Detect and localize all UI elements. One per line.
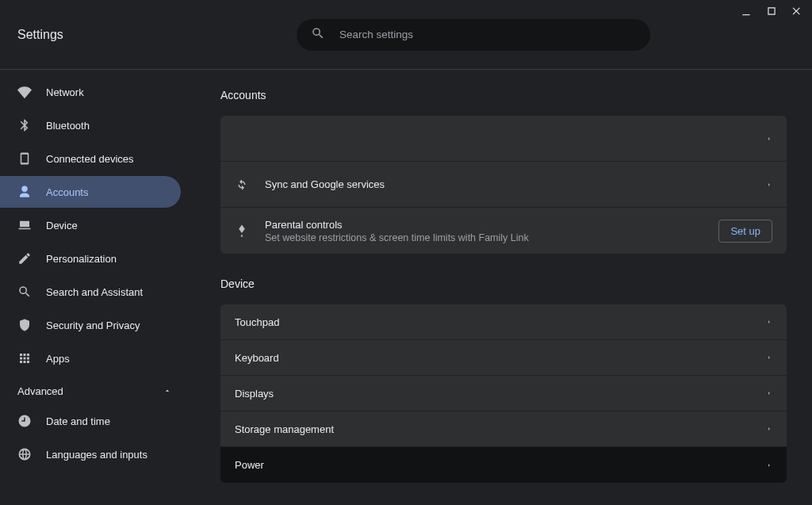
search-icon	[311, 26, 325, 43]
account-profile-row[interactable]	[220, 116, 787, 162]
sidebar-item-label: Personalization	[46, 253, 117, 265]
app-title: Settings	[0, 28, 220, 42]
kite-icon	[235, 224, 265, 238]
parental-controls-row[interactable]: Parental controls Set website restrictio…	[220, 208, 787, 254]
device-row-keyboard[interactable]: Keyboard	[220, 340, 787, 376]
device-row-label: Storage management	[235, 423, 766, 435]
parental-title: Parental controls	[265, 219, 706, 231]
sidebar-item-label: Device	[46, 220, 78, 231]
sidebar-item-search-assistant[interactable]: Search and Assistant	[0, 276, 181, 308]
sidebar-item-date-time[interactable]: Date and time	[0, 405, 181, 437]
chevron-right-icon	[766, 181, 772, 189]
sidebar-item-label: Search and Assistant	[46, 286, 143, 298]
sidebar-item-bluetooth[interactable]: Bluetooth	[0, 109, 181, 141]
apps-icon	[17, 351, 32, 365]
sidebar-item-label: Network	[46, 86, 84, 98]
search-input[interactable]	[339, 29, 636, 40]
advanced-toggle[interactable]: Advanced	[0, 376, 189, 404]
device-row-storage[interactable]: Storage management	[220, 411, 787, 447]
device-row-displays[interactable]: Displays	[220, 376, 787, 411]
device-row-label: Touchpad	[235, 316, 766, 328]
bluetooth-icon	[17, 118, 32, 132]
chevron-right-icon	[766, 135, 772, 143]
parental-subtitle: Set website restrictions & screen time l…	[265, 232, 706, 243]
shield-icon	[17, 318, 32, 332]
sidebar-item-languages[interactable]: Languages and inputs	[0, 438, 181, 470]
magnifier-icon	[17, 285, 32, 299]
sidebar-item-apps[interactable]: Apps	[0, 342, 181, 374]
sidebar-item-label: Date and time	[46, 415, 110, 427]
main-content: Accounts Sync and Google services Parent…	[189, 70, 812, 505]
sidebar-item-device[interactable]: Device	[0, 209, 181, 241]
chevron-up-icon	[163, 385, 171, 397]
sidebar-item-label: Security and Privacy	[46, 319, 140, 331]
sync-services-row[interactable]: Sync and Google services	[220, 162, 787, 208]
chevron-right-icon	[766, 461, 772, 469]
person-icon	[17, 185, 32, 199]
wifi-icon	[17, 85, 32, 99]
sidebar-item-label: Apps	[46, 353, 70, 365]
sidebar-item-label: Languages and inputs	[46, 449, 147, 461]
accounts-card: Sync and Google services Parental contro…	[220, 116, 787, 254]
sidebar-item-personalization[interactable]: Personalization	[0, 243, 181, 274]
sync-services-label: Sync and Google services	[265, 178, 766, 190]
search-field[interactable]	[297, 19, 650, 51]
chevron-right-icon	[766, 425, 772, 433]
chevron-right-icon	[766, 354, 772, 362]
sync-icon	[235, 178, 265, 192]
clock-icon	[17, 414, 32, 428]
device-card: Touchpad Keyboard Displays Storage manag…	[220, 304, 787, 483]
advanced-label: Advanced	[17, 385, 63, 397]
setup-button[interactable]: Set up	[718, 220, 772, 243]
sidebar-item-accounts[interactable]: Accounts	[0, 176, 181, 208]
sidebar: Network Bluetooth Connected devices Acco…	[0, 70, 189, 505]
maximize-icon[interactable]	[766, 6, 777, 17]
pencil-icon	[17, 251, 32, 266]
sidebar-item-connected-devices[interactable]: Connected devices	[0, 143, 181, 174]
sidebar-item-label: Connected devices	[46, 153, 134, 165]
section-title-device: Device	[220, 277, 787, 290]
device-row-label: Power	[235, 459, 766, 471]
sidebar-item-label: Bluetooth	[46, 120, 90, 132]
sidebar-item-security[interactable]: Security and Privacy	[0, 309, 181, 341]
sidebar-item-network[interactable]: Network	[0, 76, 181, 108]
device-row-label: Displays	[235, 388, 766, 400]
device-row-label: Keyboard	[235, 352, 766, 364]
chevron-right-icon	[766, 318, 772, 326]
phone-icon	[17, 151, 32, 166]
globe-icon	[17, 447, 32, 461]
device-row-power[interactable]: Power	[220, 447, 787, 483]
sidebar-item-label: Accounts	[46, 186, 88, 198]
section-title-accounts: Accounts	[220, 89, 787, 101]
minimize-icon[interactable]	[741, 6, 752, 17]
window-controls	[731, 0, 812, 22]
app-header: Settings	[0, 0, 812, 70]
device-row-touchpad[interactable]: Touchpad	[220, 304, 787, 340]
close-icon[interactable]	[791, 6, 802, 17]
chevron-right-icon	[766, 389, 772, 397]
laptop-icon	[17, 218, 32, 232]
